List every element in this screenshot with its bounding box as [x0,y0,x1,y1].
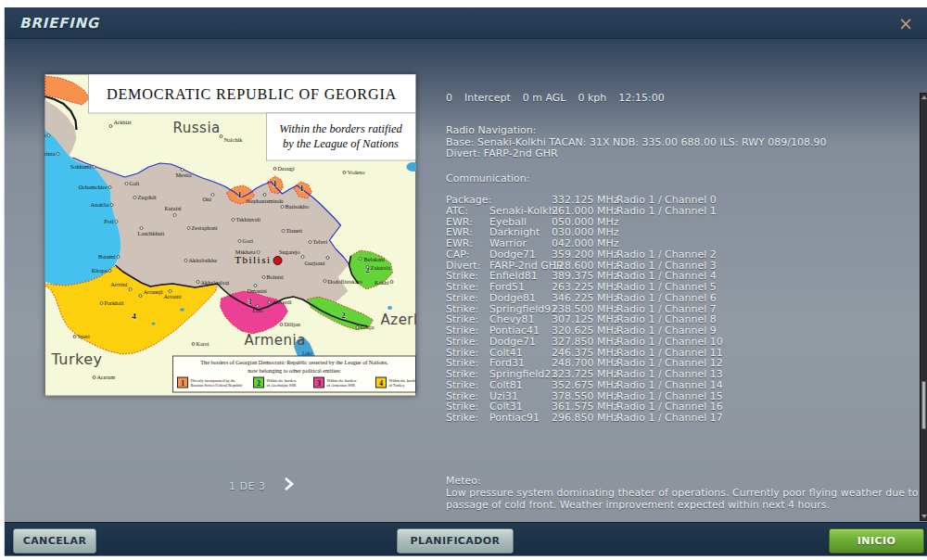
city-marker: Ochamchire [79,184,111,190]
legend-item: 3Within the bordersof Armenian SSR [314,377,357,388]
page-indicator: 1 DE 3 [229,480,265,492]
window-title: BRIEFING [5,15,99,32]
scroll-thumb[interactable] [921,381,926,429]
city-marker: Zakatala [366,264,390,271]
start-button[interactable]: INICIO [829,528,924,554]
planner-button[interactable]: PLANIFICADOR [397,528,514,554]
briefing-text-panel: 0Intercept0 m AGL0 kph12:15:00 Radio Nav… [446,93,921,424]
legend-item: 1Directly incorporated by theRussian Sov… [178,377,243,388]
svg-text:Karsi: Karsi [197,340,210,347]
svg-text:Russian Soviet Federal Republi: Russian Soviet Federal Republic [191,383,243,388]
svg-text:Directly incorporated by the: Directly incorporated by the [191,378,236,383]
comm-cell: CAP: [446,249,489,261]
country-label: Turkey [51,350,103,368]
svg-text:Dilijan: Dilijan [285,321,301,327]
svg-text:Dodoflistskaro: Dodoflistskaro [328,278,362,285]
svg-text:Telavi: Telavi [313,238,328,245]
country-label: Azerbaijan [381,312,417,328]
comm-cell: Strike: [446,380,489,391]
comm-cell: 296.850 MHz [552,413,616,424]
scroll-down-button[interactable] [921,512,927,520]
comm-cell: 332.125 MHz [552,195,616,206]
svg-text:Lori: Lori [253,307,263,313]
svg-text:of Armenian SSR: of Armenian SSR [327,383,355,388]
cancel-button[interactable]: CANCELAR [13,528,96,554]
comm-cell: Radio 1 / Channel 14 [616,380,723,391]
map-region-number: 1 [273,179,277,188]
meteo-heading: Meteo: [446,475,924,487]
triangle-down-icon [921,515,927,518]
comm-cell: Package: [446,195,489,206]
svg-text:Stephantsminda: Stephantsminda [246,197,283,204]
city-marker: Arzrum [93,374,115,380]
comm-cell: Dodge71 [489,337,552,348]
map-subtitle: Within the borders ratified [279,122,402,135]
svg-text:Poti: Poti [104,218,113,224]
comm-row: Strike:Pontiac41320.625 MHzRadio 1 / Cha… [446,325,921,337]
comm-cell: Radio 1 / Channel 9 [616,325,717,337]
scrollbar[interactable] [920,93,927,521]
map-region-number: 4 [132,312,136,321]
svg-text:of Azerbaijan SSR: of Azerbaijan SSR [267,383,297,388]
titlebar: BRIEFING × [5,7,927,39]
start-button-label: INICIO [830,529,923,553]
svg-text:Zestaphoni: Zestaphoni [192,224,218,231]
comm-cell: 263.225 MHz [552,282,616,293]
svg-text:Lanchkhuti: Lanchkhuti [138,230,165,236]
radio-navigation-block: Radio Navigation: Base: Senaki-Kolkhi TA… [446,125,921,160]
comm-cell: Strike: [446,325,489,337]
comm-cell: Strike: [446,369,489,380]
close-icon[interactable]: × [895,13,916,33]
comm-cell: Radio 1 / Channel 5 [616,282,717,293]
comm-cell: Ford51 [489,282,552,293]
comm-cell: EWR: [446,238,489,249]
svg-text:Kutaisi: Kutaisi [164,205,181,211]
comm-cell: Strike: [446,337,489,348]
cancel-button-label: CANCELAR [14,529,95,553]
comm-cell: Colt81 [489,380,552,391]
svg-text:3: 3 [317,379,321,388]
chevron-right-icon [280,476,297,492]
city-marker: Barisakho [281,203,309,210]
comm-cell: Pontiac41 [489,325,552,337]
briefing-map-page: LakeSevan1112234GagraBichvintaSokhumiArk… [44,74,416,396]
svg-text:Dzaugi: Dzaugi [278,165,295,172]
comm-cell: Radio 1 / Channel 17 [616,413,723,424]
svg-text:2: 2 [257,379,260,388]
legend-item: 2Within the bordersof Azerbaijan SSR [254,377,297,388]
comm-cell: 359.200 MHz [552,249,616,261]
comm-row: EWR:Warrior042.000 MHz [446,238,921,249]
comm-cell: Senaki-Kolkhi [489,206,552,217]
svg-text:Akhalqalaqi: Akhalqalaqi [201,279,230,286]
svg-text:Gali: Gali [130,180,140,186]
map-region-number: 3 [248,297,252,306]
city-marker: Akhaltsikhe [184,257,217,263]
svg-text:Arkhizi: Arkhizi [114,119,132,125]
status-segment: 0 kph [578,93,606,104]
svg-text:Bolnisi: Bolnisi [267,274,284,280]
country-label: Russia [173,120,221,136]
svg-text:of Turkey: of Turkey [389,383,406,388]
comm-cell: Strike: [446,293,489,304]
planner-button-label: PLANIFICADOR [398,529,513,553]
city-marker: Vodeno [343,169,365,175]
status-line: 0Intercept0 m AGL0 kph12:15:00 [446,93,921,104]
city-marker: Akhalqalaqi [197,279,230,286]
bottom-bar: CANCELAR PLANIFICADOR INICIO [5,522,927,556]
next-page-button[interactable] [280,476,297,492]
city-marker: Parkhali [100,299,124,306]
svg-text:Sokhumi: Sokhumi [70,163,92,170]
scroll-up-button[interactable] [921,94,927,102]
svg-text:Sugarejo: Sugarejo [279,248,299,255]
comm-cell: Radio 1 / Channel 0 [616,195,717,206]
svg-text:Within the borders: Within the borders [327,378,357,383]
svg-text:Within the borders: Within the borders [389,378,417,383]
comm-cell: Radio 1 / Channel 6 [616,293,717,304]
comm-cell: Warrior [489,238,552,249]
svg-text:4: 4 [379,379,383,388]
comm-cell: Springfield21 [489,369,552,380]
svg-text:Mestia: Mestia [176,172,192,178]
comm-cell: 320.625 MHz [552,325,616,337]
svg-text:Ochamchire: Ochamchire [79,184,108,190]
svg-text:Artaani: Artaani [164,293,182,299]
